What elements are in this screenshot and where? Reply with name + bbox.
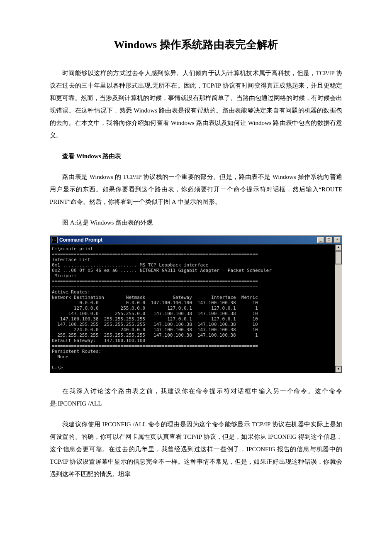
terminal-output[interactable]: C:\>route print ========================… xyxy=(50,244,335,373)
window-body: C:\>route print ========================… xyxy=(50,244,342,373)
minimize-button[interactable]: _ xyxy=(317,237,324,243)
scroll-up-button[interactable]: ▲ xyxy=(335,244,342,251)
maximize-button[interactable]: □ xyxy=(325,237,333,243)
paragraph-view-routes: 路由表是 Windows 的 TCP/IP 协议栈的一个重要的部分。但是，路由表… xyxy=(50,171,342,208)
window-titlebar[interactable]: C\. Command Prompt _ □ × xyxy=(50,236,342,244)
paragraph-intro: 时间能够以这样的方式过去令人感到惊异。人们倾向于认为计算机技术属于高科技，但是，… xyxy=(50,67,342,142)
section-heading-view-routes: 查看 Windows 路由表 xyxy=(50,150,342,162)
document-page: Windows 操作系统路由表完全解析 时间能够以这样的方式过去令人感到惊异。人… xyxy=(0,0,392,555)
document-title: Windows 操作系统路由表完全解析 xyxy=(50,37,342,52)
cmd-icon: C\. xyxy=(51,237,58,243)
figure-caption-a: 图 A:这是 Windows 路由表的外观 xyxy=(50,216,342,229)
scroll-thumb[interactable] xyxy=(335,251,342,264)
scroll-down-button[interactable]: ▼ xyxy=(335,366,342,373)
window-title: Command Prompt xyxy=(59,237,316,243)
scroll-track[interactable] xyxy=(335,251,342,366)
scrollbar[interactable]: ▲ ▼ xyxy=(335,244,342,373)
close-button[interactable]: × xyxy=(334,237,341,243)
paragraph-ipconfig-reason: 我建议你使用 IPCONFIG /ALL 命令的理由是因为这个命令能够显示 TC… xyxy=(50,418,342,480)
paragraph-suggest-ipconfig: 在我深入讨论这个路由表之前，我建议你在命令提示符对话框中输入另一个命令。这个命令… xyxy=(50,385,342,410)
command-prompt-window: C\. Command Prompt _ □ × C:\>route print… xyxy=(50,235,342,373)
